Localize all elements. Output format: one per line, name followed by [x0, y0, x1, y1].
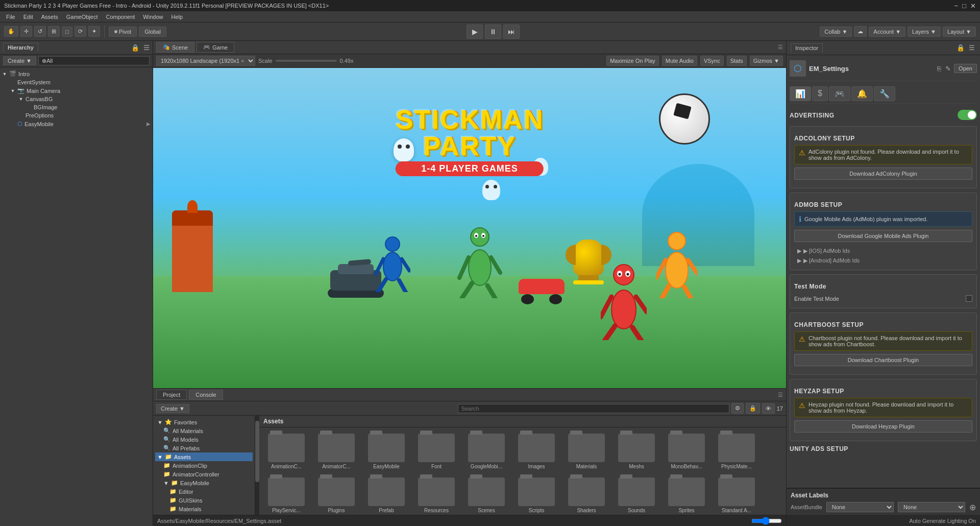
admob-ios-ids[interactable]: ▶ ▶ [IOS] AdMob Ids: [794, 246, 972, 256]
pivot-btn[interactable]: Pivot: [109, 27, 137, 37]
layers-btn[interactable]: Layers ▼: [908, 27, 941, 37]
sidebar-assets[interactable]: ▼ 📁 Assets: [155, 452, 253, 461]
asset-item[interactable]: AnimationC...: [263, 432, 309, 471]
close-btn[interactable]: ✕: [970, 2, 976, 10]
project-tab[interactable]: Project: [156, 390, 187, 400]
menu-assets[interactable]: Assets: [37, 13, 62, 21]
rotate-tool-btn[interactable]: ↺: [34, 26, 46, 37]
play-btn[interactable]: ▶: [467, 25, 483, 39]
bottom-menu-icon[interactable]: ☰: [778, 392, 783, 398]
sidebar-favorites[interactable]: ▼ ⭐ Favorites: [155, 418, 253, 426]
asset-item[interactable]: Prefab: [363, 475, 409, 515]
inspector-menu-btn[interactable]: ☰: [968, 43, 976, 53]
asset-item[interactable]: GoogleMobi...: [463, 432, 509, 471]
asset-item[interactable]: Sounds: [614, 475, 659, 515]
sidebar-easymobile[interactable]: ▼ 📁 EasyMobile: [155, 479, 253, 487]
asset-item[interactable]: EasyMobile: [363, 432, 409, 471]
sidebar-scrollbar-thumb[interactable]: [255, 421, 259, 482]
insp-tab-settings[interactable]: 🔧: [874, 86, 895, 101]
hierarchy-tab[interactable]: Hierarchy: [3, 43, 38, 52]
lock-btn[interactable]: 🔒: [746, 403, 760, 414]
asset-item[interactable]: AnimatorC...: [313, 432, 359, 471]
stats-btn[interactable]: Stats: [727, 56, 747, 66]
asset-bundle-select-2[interactable]: None: [898, 502, 965, 512]
sidebar-animationclip[interactable]: 📁 AnimationClip: [155, 461, 253, 470]
asset-item[interactable]: Scripts: [513, 475, 559, 515]
menu-file[interactable]: File: [2, 13, 19, 21]
inspector-lock-btn[interactable]: 🔒: [955, 43, 966, 53]
adcolony-download-btn[interactable]: Download AdColony Plugin: [794, 168, 972, 180]
sidebar-all-prefabs[interactable]: 🔍 All Prefabs: [155, 444, 253, 452]
admob-android-ids[interactable]: ▶ ▶ [Android] AdMob Ids: [794, 256, 972, 266]
menu-help[interactable]: Help: [167, 13, 187, 21]
insp-tab-money[interactable]: $: [812, 86, 828, 101]
em-open-btn[interactable]: Open: [954, 64, 977, 73]
inspector-tab[interactable]: Inspector: [791, 43, 823, 53]
test-mode-checkbox[interactable]: [966, 295, 972, 302]
asset-item[interactable]: MonoBehav...: [664, 432, 709, 471]
scene-tab[interactable]: 🎭 Scene: [156, 42, 194, 53]
window-controls[interactable]: − □ ✕: [954, 2, 976, 10]
asset-item[interactable]: Materials: [564, 432, 609, 471]
advertising-toggle[interactable]: [958, 110, 977, 120]
scale-tool-btn[interactable]: ⊞: [48, 26, 60, 37]
em-copy-btn[interactable]: ⎘: [936, 64, 942, 74]
asset-item[interactable]: Standard A...: [714, 475, 760, 515]
step-btn[interactable]: ⏭: [503, 25, 520, 39]
gizmos-btn[interactable]: Gizmos ▼: [750, 56, 783, 66]
tree-item-preoptions[interactable]: PreOptions: [0, 111, 153, 119]
menu-component[interactable]: Component: [102, 13, 139, 21]
rect-tool-btn[interactable]: □: [62, 27, 72, 37]
em-edit-btn[interactable]: ✎: [944, 64, 952, 74]
move-tool-btn[interactable]: ✛: [20, 26, 32, 37]
insp-tab-notification[interactable]: 🔔: [851, 86, 873, 101]
sidebar-scrollbar[interactable]: [255, 416, 259, 515]
layout-btn[interactable]: Layout ▼: [943, 27, 976, 37]
hierarchy-create-btn[interactable]: Create ▼: [3, 56, 36, 65]
project-create-btn[interactable]: Create ▼: [156, 404, 189, 413]
sidebar-animatorcontroller[interactable]: 📁 AnimatorController: [155, 470, 253, 479]
asset-item[interactable]: Resources: [413, 475, 459, 515]
tree-item-maincamera[interactable]: ▼ 📷 Main Camera: [0, 86, 153, 95]
sidebar-editor[interactable]: 📁 Editor: [155, 487, 253, 496]
console-tab[interactable]: Console: [189, 390, 223, 400]
sidebar-all-models[interactable]: 🔍 All Models: [155, 435, 253, 444]
asset-item[interactable]: PhysicMate...: [714, 432, 760, 471]
search-options-btn[interactable]: ⚙: [731, 403, 744, 414]
asset-labels-expand-btn[interactable]: ⊕: [969, 503, 976, 512]
hierarchy-lock-icon[interactable]: 🔒: [131, 44, 139, 52]
asset-bundle-select-1[interactable]: None: [826, 502, 894, 512]
game-tab[interactable]: 🎮 Game: [197, 42, 234, 53]
account-btn[interactable]: Account ▼: [869, 27, 905, 37]
mute-audio-btn[interactable]: Mute Audio: [662, 56, 697, 66]
size-slider[interactable]: [751, 517, 782, 525]
hand-tool-btn[interactable]: ✋: [4, 26, 18, 37]
eye-btn[interactable]: 👁: [762, 403, 775, 414]
sidebar-materials[interactable]: 📁 Materials: [155, 505, 253, 513]
asset-item[interactable]: PlayServic...: [263, 475, 309, 515]
asset-item[interactable]: Font: [413, 432, 459, 471]
admob-download-btn[interactable]: Download Google Mobile Ads Plugin: [794, 230, 972, 242]
collab-btn[interactable]: Collab ▼: [820, 27, 852, 37]
resolution-select[interactable]: 1920x1080 Landscape (1920x1 ÷: [156, 56, 255, 66]
asset-item[interactable]: Scenes: [463, 475, 509, 515]
maximize-on-play-btn[interactable]: Maximize On Play: [606, 56, 659, 66]
tree-item-eventsystem[interactable]: EventSystem: [0, 78, 153, 86]
asset-item[interactable]: Images: [513, 432, 559, 471]
scale-slider[interactable]: [276, 60, 337, 62]
cloud-btn[interactable]: ☁: [854, 26, 867, 37]
global-btn[interactable]: Global: [139, 27, 166, 37]
sidebar-guiskins[interactable]: 📁 GUISkins: [155, 496, 253, 505]
insp-tab-stats[interactable]: 📊: [790, 86, 811, 101]
maximize-btn[interactable]: □: [962, 2, 966, 10]
custom-tool-btn[interactable]: ✦: [88, 26, 100, 37]
project-search-input[interactable]: [458, 404, 729, 413]
hierarchy-menu-icon[interactable]: ☰: [143, 44, 150, 52]
insp-tab-game[interactable]: 🎮: [829, 86, 850, 101]
transform-tool-btn[interactable]: ⟳: [75, 26, 86, 37]
tree-item-easymobile[interactable]: ⬡ EasyMobile ▶: [0, 119, 153, 128]
heyzap-download-btn[interactable]: Download Heyzap Plugin: [794, 420, 972, 433]
hierarchy-search-input[interactable]: [38, 56, 150, 65]
asset-item[interactable]: Sprites: [664, 475, 709, 515]
sidebar-all-materials[interactable]: 🔍 All Materials: [155, 426, 253, 435]
